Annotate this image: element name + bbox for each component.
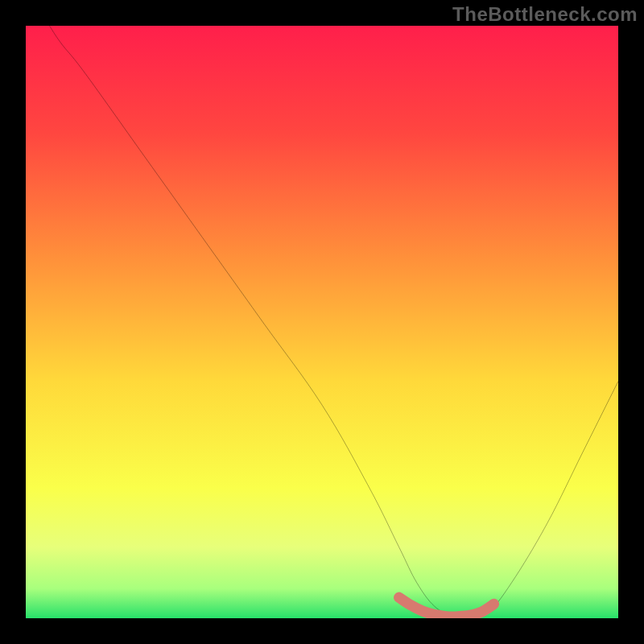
watermark-text: TheBottleneck.com <box>452 3 638 26</box>
plot-canvas <box>26 26 618 618</box>
chart-frame: TheBottleneck.com <box>0 0 644 644</box>
